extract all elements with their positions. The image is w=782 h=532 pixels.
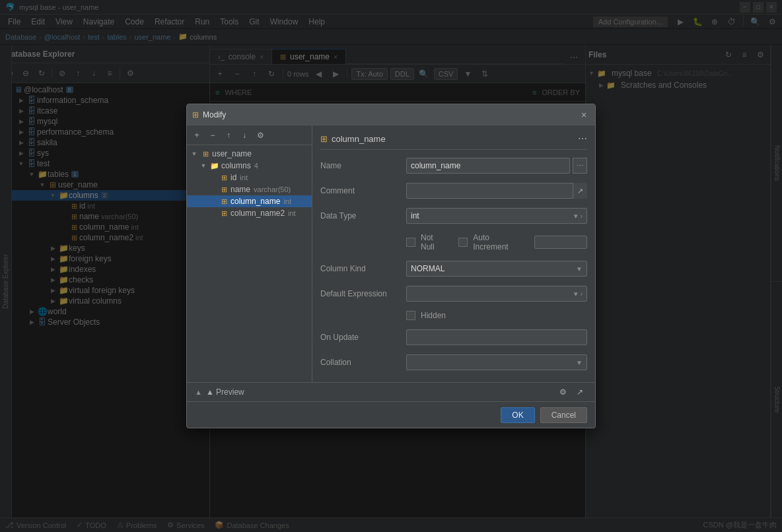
modal-type-id: int	[240, 174, 248, 182]
modal-footer: OK Cancel	[187, 401, 595, 428]
collation-select[interactable]: ▼	[406, 354, 587, 370]
autoincrement-checkbox[interactable]	[458, 238, 468, 247]
form-input-name[interactable]	[406, 158, 570, 174]
modal-remove-button[interactable]: −	[205, 128, 220, 143]
datatype-btns: ▼ ›	[573, 213, 583, 220]
form-row-kind: Column Kind NORMAL ▼	[320, 261, 587, 277]
form-row-collation: Collation ▼	[320, 354, 587, 370]
comment-expand-button[interactable]: ↗	[573, 183, 587, 199]
collation-dropdown-icon: ▼	[576, 359, 583, 366]
kind-value: NORMAL	[411, 264, 444, 273]
default-expand-icon: ›	[581, 290, 583, 298]
datatype-expand-icon: ›	[581, 213, 583, 220]
modal-close-button[interactable]: ×	[578, 109, 590, 121]
form-label-name: Name	[320, 161, 406, 170]
preview-arrow: ▲	[195, 388, 202, 396]
modal-type-col-name: int	[283, 197, 291, 205]
modal-icon-col-name2: ⊞	[219, 209, 229, 218]
onupdate-input[interactable]	[406, 329, 587, 345]
form-label-datatype: Data Type	[320, 211, 406, 220]
datatype-dropdown-icon: ▼	[573, 213, 579, 220]
default-select[interactable]: ▼ ›	[406, 286, 587, 302]
modal-icon-col-name: ⊞	[219, 197, 229, 206]
modal-type-name-col: varchar(50)	[254, 185, 291, 193]
cancel-button[interactable]: Cancel	[540, 407, 587, 423]
modal-left-panel: + − ↑ ↓ ⚙ ▼ ⊞ user_name ▼ �	[187, 125, 312, 382]
modal-preview: ▲ ▲ Preview ⚙ ↗	[187, 382, 595, 401]
modal-move-down-button[interactable]: ↓	[237, 128, 252, 143]
form-input-comment[interactable]	[406, 183, 587, 199]
modal-toggle-columns[interactable]: ▼	[199, 162, 208, 169]
notnull-value-input[interactable]	[534, 236, 587, 249]
modal-label-columns: columns	[221, 161, 251, 170]
modal-titlebar: ⊞ Modify ×	[187, 104, 595, 125]
modal-settings-button[interactable]: ⚙	[253, 128, 267, 143]
notnull-check-label[interactable]: Not Null	[406, 233, 445, 251]
modal-type-col-name2: int	[288, 209, 296, 217]
preview-label: ▲ Preview	[206, 387, 244, 397]
modal-title: ⊞ Modify	[192, 110, 226, 119]
modal-label-user-name: user_name	[212, 149, 252, 158]
form-row-datatype: Data Type int ▼ ›	[320, 208, 587, 224]
datatype-select[interactable]: int ▼ ›	[406, 208, 587, 224]
modal-toggle-user-name[interactable]: ▼	[190, 150, 199, 157]
form-checks: Not Null Auto Increment	[406, 233, 587, 251]
modal-tree-name[interactable]: ⊞ name varchar(50)	[187, 183, 312, 195]
hidden-checkbox[interactable]	[406, 311, 415, 320]
modal-tree-column-name2[interactable]: ⊞ column_name2 int	[187, 207, 312, 219]
preview-settings-button[interactable]: ⚙	[555, 385, 570, 399]
ok-button[interactable]: OK	[501, 407, 534, 423]
comment-input-wrap: ↗	[406, 183, 587, 199]
modal-body: + − ↑ ↓ ⚙ ▼ ⊞ user_name ▼ �	[187, 125, 595, 382]
modal-icon-id: ⊞	[219, 174, 229, 182]
modal-label-id: id	[231, 173, 236, 182]
form-label-comment: Comment	[320, 186, 406, 195]
modal-overlay: ⊞ Modify × + − ↑ ↓ ⚙ ▼ ⊞	[0, 0, 782, 532]
modal-right-header: ⊞ column_name ⋯	[320, 133, 587, 150]
modal-right-more-button[interactable]: ⋯	[578, 133, 587, 144]
modal-title-label: Modify	[203, 110, 226, 119]
modal-tree-column-name[interactable]: ⊞ column_name int	[187, 195, 312, 207]
hidden-label: Hidden	[421, 311, 446, 320]
kind-select[interactable]: NORMAL ▼	[406, 261, 587, 277]
modal-icon-name-col: ⊞	[219, 185, 229, 194]
modal-left-toolbar: + − ↑ ↓ ⚙	[187, 125, 312, 145]
form-row-onupdate: On Update	[320, 329, 587, 345]
modal-tree: ▼ ⊞ user_name ▼ 📁 columns 4 ⊞	[187, 145, 312, 382]
datatype-value: int	[411, 211, 419, 220]
modal-right-panel: ⊞ column_name ⋯ Name ⋯ Comment	[312, 125, 595, 382]
modal-move-up-button[interactable]: ↑	[221, 128, 236, 143]
modal-right-title: column_name	[332, 134, 386, 144]
modal-icon-columns: 📁	[209, 162, 220, 170]
preview-actions: ⚙ ↗	[555, 385, 587, 399]
modal-tree-columns[interactable]: ▼ 📁 columns 4	[187, 160, 312, 172]
autoincrement-check-label[interactable]: Auto Increment	[458, 233, 521, 251]
default-dropdown-icon: ▼	[573, 290, 579, 298]
modal-tree-id[interactable]: ⊞ id int	[187, 172, 312, 183]
autoincrement-label: Auto Increment	[473, 233, 521, 251]
notnull-label: Not Null	[421, 233, 445, 251]
hidden-check-label[interactable]: Hidden	[406, 311, 446, 320]
preview-expand-button[interactable]: ↗	[573, 385, 587, 399]
kind-dropdown-icon: ▼	[576, 265, 583, 273]
modal-add-button[interactable]: +	[190, 128, 204, 143]
form-row-notnull: Not Null Auto Increment	[320, 233, 587, 251]
form-label-kind: Column Kind	[320, 264, 406, 273]
modal-type-columns: 4	[254, 162, 258, 170]
form-label-onupdate: On Update	[320, 333, 406, 342]
modal-icon-user-name: ⊞	[200, 150, 211, 158]
modal-modify: ⊞ Modify × + − ↑ ↓ ⚙ ▼ ⊞	[186, 104, 596, 428]
form-row-name: Name ⋯	[320, 158, 587, 174]
name-more-button[interactable]: ⋯	[573, 158, 587, 174]
form-row-default: Default Expression ▼ ›	[320, 286, 587, 302]
modal-right-menu: ⋯	[578, 133, 587, 144]
modal-label-col-name2: column_name2	[231, 209, 285, 218]
modal-preview-header[interactable]: ▲ ▲ Preview ⚙ ↗	[187, 383, 595, 401]
modal-icon: ⊞	[192, 110, 199, 119]
modal-tree-user-name[interactable]: ▼ ⊞ user_name	[187, 148, 312, 160]
modal-label-name-col: name	[231, 185, 250, 194]
form-row-hidden: Hidden	[320, 311, 587, 320]
form-label-collation: Collation	[320, 358, 406, 367]
modal-label-col-name: column_name	[231, 197, 280, 206]
notnull-checkbox[interactable]	[406, 238, 415, 247]
